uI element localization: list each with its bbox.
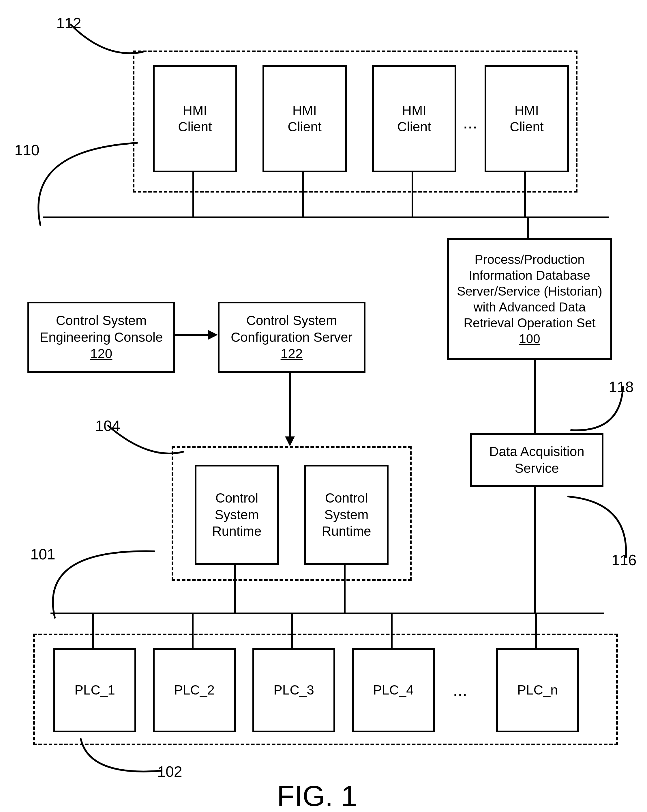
diagram-stage: HMI Client HMI Client HMI Client ... HMI… <box>0 0 647 812</box>
historian-l1: Process/Production <box>475 252 585 267</box>
hmi-ellipsis: ... <box>463 113 477 133</box>
conn <box>234 563 236 614</box>
svg-marker-3 <box>285 437 295 446</box>
arrow-console-to-cfg <box>174 329 218 340</box>
conn <box>524 171 526 217</box>
ref-101: 101 <box>30 546 55 563</box>
runtime-2: Control System Runtime <box>304 465 388 565</box>
plc-1: PLC_1 <box>53 648 136 732</box>
leader-102 <box>81 739 161 777</box>
svg-marker-1 <box>208 330 218 340</box>
das-text: Data Acquisition Service <box>489 443 585 476</box>
ref-102: 102 <box>157 763 182 780</box>
hmi-client-n: HMI Client <box>485 65 569 172</box>
conn <box>534 358 536 433</box>
data-acquisition: Data Acquisition Service <box>470 433 603 487</box>
conn <box>391 614 393 648</box>
leader-116 <box>568 496 629 557</box>
plc-3: PLC_3 <box>253 648 335 732</box>
plc-4: PLC_4 <box>352 648 435 732</box>
cfg-server: Control System Configuration Server 122 <box>218 302 365 373</box>
cfg-server-l2: Configuration Server <box>231 329 353 346</box>
historian-ref: 100 <box>519 331 540 346</box>
conn <box>344 563 346 614</box>
ref-104: 104 <box>95 417 120 434</box>
conn <box>291 614 293 648</box>
plc-n: PLC_n <box>496 648 579 732</box>
cfg-server-l1: Control System <box>246 312 337 329</box>
historian-l4: with Advanced Data <box>473 299 586 315</box>
eng-console-ref: 120 <box>90 345 113 362</box>
leader-112 <box>71 24 143 59</box>
leader-101 <box>50 548 154 618</box>
runtime-1: Control System Runtime <box>195 465 279 565</box>
plc-ellipsis: ... <box>453 680 467 700</box>
conn <box>192 614 193 648</box>
ref-112: 112 <box>56 14 81 32</box>
historian-l5: Retrieval Operation Set <box>464 315 595 331</box>
conn <box>412 171 413 217</box>
conn <box>92 614 94 648</box>
conn <box>527 218 529 238</box>
conn <box>535 614 537 648</box>
conn <box>534 485 536 614</box>
eng-console-l1: Control System <box>56 312 146 329</box>
ref-116: 116 <box>612 551 636 569</box>
ref-118: 118 <box>609 378 634 395</box>
historian-l3: Server/Service (Historian) <box>457 283 602 299</box>
cfg-server-ref: 122 <box>281 345 303 362</box>
eng-console: Control System Engineering Console 120 <box>27 302 175 373</box>
eng-console-l2: Engineering Console <box>40 329 163 346</box>
historian-l2: Information Database <box>469 267 591 283</box>
ref-110: 110 <box>14 142 40 159</box>
plc-2: PLC_2 <box>153 648 236 732</box>
figure-caption: FIG. 1 <box>277 779 357 812</box>
conn <box>302 171 304 217</box>
leader-110 <box>36 139 137 225</box>
historian-block: Process/Production Information Database … <box>447 238 612 360</box>
hmi-client-1: HMI Client <box>153 65 237 172</box>
hmi-client-2: HMI Client <box>262 65 347 172</box>
hmi-client-3: HMI Client <box>372 65 456 172</box>
arrow-cfg-to-runtime <box>284 371 296 446</box>
conn <box>192 171 194 217</box>
